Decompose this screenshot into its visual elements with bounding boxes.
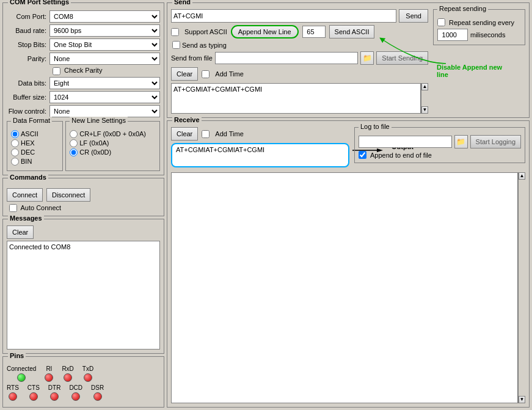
led-ri	[45, 373, 53, 382]
miliseconds-label: miliseconds	[470, 31, 505, 38]
data-format-dec-radio[interactable]	[11, 148, 19, 156]
append-to-end-checkbox[interactable]	[359, 151, 366, 159]
newline-crlf-radio[interactable]	[70, 130, 78, 138]
log-to-file-group: Log to file 📁 Start Logging Append to en…	[354, 127, 525, 163]
connect-button[interactable]: Connect	[7, 188, 43, 202]
flow-control-label: Flow control:	[7, 108, 49, 115]
send-from-file-input[interactable]	[215, 52, 358, 64]
pin-rxd: RxD	[62, 365, 73, 382]
com-port-settings-group: COM Port Settings Com Port: COM8 Baud ra…	[2, 2, 164, 175]
send-title: Send	[172, 0, 192, 5]
append-new-line-button[interactable]: Append New Line	[231, 25, 299, 38]
pins-group: Pins Connected RI RxD	[2, 356, 164, 408]
num-input[interactable]	[302, 26, 326, 38]
send-output-area: AT+CGMIAT+CGMIAT+CGMI	[171, 83, 421, 114]
auto-connect-checkbox[interactable]	[9, 204, 17, 212]
receive-scroll-down[interactable]: ▼	[519, 396, 525, 403]
send-add-time-label: Add Time	[215, 70, 243, 78]
led-cts	[29, 392, 38, 401]
pins-row-1: Connected RI RxD TxD	[7, 365, 160, 382]
messages-text-area: Connected to COM8	[7, 241, 160, 350]
receive-scroll-up[interactable]: ▲	[519, 172, 525, 180]
led-rts	[9, 392, 17, 401]
parity-select[interactable]: None	[49, 53, 160, 65]
newline-cr-radio[interactable]	[70, 148, 78, 156]
send-as-typing-label: Send as typing	[182, 42, 227, 49]
led-dcd	[71, 392, 80, 401]
send-clear-button[interactable]: Clear	[171, 67, 198, 81]
buffer-size-select[interactable]: 1024	[49, 91, 160, 103]
disable-annotation-arrow	[363, 27, 449, 76]
receive-title: Receive	[172, 116, 202, 123]
auto-connect-label: Auto Connect	[20, 204, 61, 211]
send-input[interactable]	[171, 9, 396, 23]
messages-clear-button[interactable]: Clear	[7, 225, 34, 239]
com-port-select[interactable]: COM8	[49, 10, 160, 23]
repeat-sending-checkbox[interactable]	[437, 18, 445, 26]
send-add-time-checkbox[interactable]	[202, 70, 210, 78]
baud-rate-select[interactable]: 9600 bps	[49, 24, 160, 37]
newline-crlf-label: CR+LF (0x0D + 0x0A)	[79, 130, 146, 137]
send-as-typing-checkbox[interactable]	[172, 41, 180, 49]
data-format-ascii-radio[interactable]	[11, 130, 19, 138]
log-file-input[interactable]	[359, 136, 452, 148]
data-bits-select[interactable]: Eight	[49, 77, 160, 89]
repeat-sending-label: Repeat sending every	[449, 19, 514, 26]
led-dtr	[50, 392, 59, 401]
receive-text-area	[171, 172, 518, 403]
stop-bits-select[interactable]: One Stop Bit	[49, 38, 160, 51]
newline-cr-label: CR (0x0D)	[79, 148, 111, 156]
pins-title: Pins	[8, 352, 26, 359]
check-parity-label: Check Parity	[64, 67, 102, 74]
send-button[interactable]: Send	[399, 9, 428, 23]
send-output-text: AT+CGMIAT+CGMIAT+CGMI	[173, 86, 262, 93]
data-format-bin-radio[interactable]	[11, 158, 19, 166]
receive-add-time-label: Add Time	[215, 130, 243, 137]
data-bits-label: Data bits:	[7, 79, 49, 87]
led-dsr	[93, 392, 102, 401]
receive-group: Receive Clear Add Time AT+CGMIAT+CGMIAT+…	[167, 120, 530, 408]
disconnect-button[interactable]: Disconnect	[46, 188, 90, 202]
data-format-title: Data Format	[11, 117, 52, 124]
pins-row-2: RTS CTS DTR DCD	[7, 384, 160, 401]
com-port-label: Com Port:	[7, 13, 49, 20]
led-connected	[17, 373, 26, 382]
buffer-size-label: Buffer size:	[7, 93, 49, 101]
repeat-sending-title: Repeat sending	[437, 5, 488, 12]
pin-dcd: DCD	[69, 384, 82, 401]
pin-dtr: DTR	[48, 384, 61, 401]
support-ascii-label: Support ASCII	[184, 28, 227, 35]
log-browse-button[interactable]: 📁	[454, 135, 468, 148]
pin-ri: RI	[45, 365, 53, 382]
send-scrollbar[interactable]: ▲ ▼	[421, 83, 428, 114]
send-scroll-down[interactable]: ▼	[421, 106, 428, 114]
support-ascii-checkbox[interactable]	[171, 28, 179, 36]
receive-clear-button[interactable]: Clear	[171, 127, 198, 141]
data-format-hex-label: HEX	[21, 139, 35, 147]
parity-label: Parity:	[7, 55, 49, 62]
flow-control-select[interactable]: None	[49, 105, 160, 117]
pin-dsr: DSR	[91, 384, 104, 401]
send-scroll-up[interactable]: ▲	[421, 83, 428, 90]
receive-output-area: AT+CGMIAT+CGMIAT+CGMI	[171, 143, 349, 167]
led-rxd	[64, 373, 72, 382]
commands-group: Commands Connect Disconnect Auto Connect	[2, 178, 164, 217]
data-format-ascii-label: ASCII	[21, 130, 38, 137]
newline-lf-label: LF (0x0A)	[79, 139, 109, 147]
pin-cts: CTS	[27, 384, 40, 401]
receive-output-text: AT+CGMIAT+CGMIAT+CGMI	[176, 146, 264, 153]
check-parity-checkbox[interactable]	[53, 67, 60, 75]
start-logging-button[interactable]: Start Logging	[470, 135, 521, 148]
receive-scrollbar[interactable]: ▲ ▼	[518, 172, 525, 403]
data-format-dec-label: DEC	[21, 148, 35, 156]
baud-rate-label: Baud rate:	[7, 27, 49, 34]
data-format-hex-radio[interactable]	[11, 139, 19, 147]
com-port-settings-title: COM Port Settings	[8, 0, 71, 5]
new-line-settings-title: New Line Settings	[70, 117, 128, 124]
messages-group: Messages Clear Connected to COM8	[2, 219, 164, 354]
messages-title: Messages	[8, 214, 44, 222]
newline-lf-radio[interactable]	[70, 139, 78, 147]
receive-add-time-checkbox[interactable]	[202, 130, 210, 138]
messages-content: Connected to COM8	[9, 243, 70, 251]
append-to-end-label: Append to end of file	[370, 152, 432, 159]
